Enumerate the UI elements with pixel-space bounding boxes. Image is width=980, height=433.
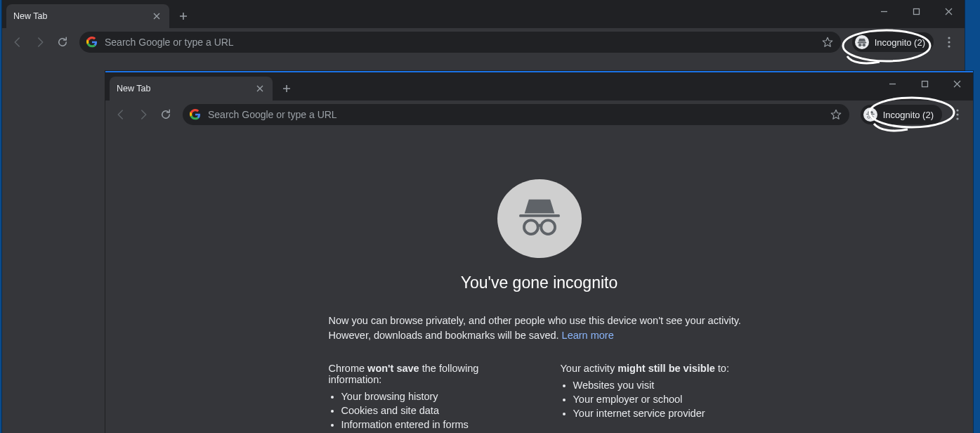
bookmark-star-icon[interactable] xyxy=(821,36,834,49)
svg-point-4 xyxy=(948,41,950,43)
tab-strip: New Tab xyxy=(2,4,868,28)
svg-point-5 xyxy=(948,45,950,47)
toolbar: Incognito (2) xyxy=(105,101,973,129)
learn-more-link[interactable]: Learn more xyxy=(562,330,614,341)
svg-point-10 xyxy=(870,116,873,119)
incognito-icon xyxy=(863,108,877,122)
info-columns: Chrome won't save the following informat… xyxy=(329,363,750,433)
minimize-button[interactable] xyxy=(876,72,908,95)
browser-window-front: New Tab xyxy=(105,71,973,433)
window-controls xyxy=(876,72,973,95)
content-area: You've gone incognito Now you can browse… xyxy=(105,129,973,433)
incognito-label: Incognito (2) xyxy=(883,110,934,120)
bookmark-star-icon[interactable] xyxy=(830,108,842,121)
new-tab-button[interactable] xyxy=(174,6,193,26)
svg-point-12 xyxy=(956,113,958,115)
intro-body: Now you can browse privately, and other … xyxy=(329,315,741,341)
svg-point-16 xyxy=(541,220,555,234)
intro-text: Now you can browse privately, and other … xyxy=(329,314,750,343)
list-item: Your browsing history xyxy=(341,391,518,402)
menu-button[interactable] xyxy=(948,105,967,124)
reload-button[interactable] xyxy=(53,32,72,52)
svg-point-15 xyxy=(523,220,537,234)
list-item: Cookies and site data xyxy=(341,405,518,416)
incognito-indicator[interactable]: Incognito (2) xyxy=(861,105,942,124)
address-input[interactable] xyxy=(208,109,823,120)
svg-point-9 xyxy=(868,116,870,119)
close-tab-icon[interactable] xyxy=(254,83,266,94)
incognito-icon xyxy=(855,35,869,49)
tab-strip: New Tab xyxy=(105,77,876,101)
maximize-button[interactable] xyxy=(900,0,932,22)
window-controls xyxy=(868,0,965,22)
menu-button[interactable] xyxy=(939,32,959,52)
list-item: Websites you visit xyxy=(573,380,750,391)
close-window-button[interactable] xyxy=(941,72,973,95)
forward-button[interactable] xyxy=(30,32,50,52)
tab-title: New Tab xyxy=(13,11,47,21)
incognito-indicator[interactable]: Incognito (2) xyxy=(852,32,934,52)
maximize-button[interactable] xyxy=(908,72,941,95)
close-window-button[interactable] xyxy=(932,0,965,22)
title-bar: New Tab xyxy=(105,72,973,101)
wont-save-column: Chrome won't save the following informat… xyxy=(329,363,518,433)
incognito-landing: You've gone incognito Now you can browse… xyxy=(105,129,973,433)
svg-point-3 xyxy=(948,37,950,39)
wont-save-list: Your browsing history Cookies and site d… xyxy=(329,391,518,430)
tab-title: New Tab xyxy=(117,84,150,93)
headline: You've gone incognito xyxy=(461,273,618,292)
toolbar: Incognito (2) xyxy=(2,28,965,56)
reload-button[interactable] xyxy=(156,105,176,124)
address-input[interactable] xyxy=(105,37,814,48)
svg-rect-8 xyxy=(866,114,875,115)
column-lead: Chrome won't save the following informat… xyxy=(329,363,518,385)
still-visible-column: Your activity might still be visible to:… xyxy=(561,363,750,433)
omnibox[interactable] xyxy=(79,32,841,53)
list-item: Information entered in forms xyxy=(341,419,518,430)
svg-point-13 xyxy=(956,117,958,119)
tab[interactable]: New Tab xyxy=(6,4,169,28)
omnibox[interactable] xyxy=(183,104,849,125)
svg-rect-14 xyxy=(519,214,560,217)
minimize-button[interactable] xyxy=(868,0,900,22)
incognito-label: Incognito (2) xyxy=(875,37,925,48)
incognito-hero-icon xyxy=(497,179,582,258)
svg-rect-0 xyxy=(913,8,919,14)
back-button[interactable] xyxy=(8,32,27,52)
title-bar: New Tab xyxy=(2,0,965,28)
back-button[interactable] xyxy=(111,105,131,124)
google-g-icon xyxy=(86,37,98,48)
column-lead: Your activity might still be visible to: xyxy=(561,363,750,374)
still-visible-list: Websites you visit Your employer or scho… xyxy=(561,380,750,419)
list-item: Your internet service provider xyxy=(573,408,750,419)
svg-rect-7 xyxy=(922,81,927,86)
forward-button[interactable] xyxy=(133,105,153,124)
tab[interactable]: New Tab xyxy=(110,77,273,101)
close-tab-icon[interactable] xyxy=(151,11,162,22)
list-item: Your employer or school xyxy=(573,394,750,405)
new-tab-button[interactable] xyxy=(277,79,296,98)
google-g-icon xyxy=(190,109,201,120)
svg-point-11 xyxy=(956,109,958,111)
